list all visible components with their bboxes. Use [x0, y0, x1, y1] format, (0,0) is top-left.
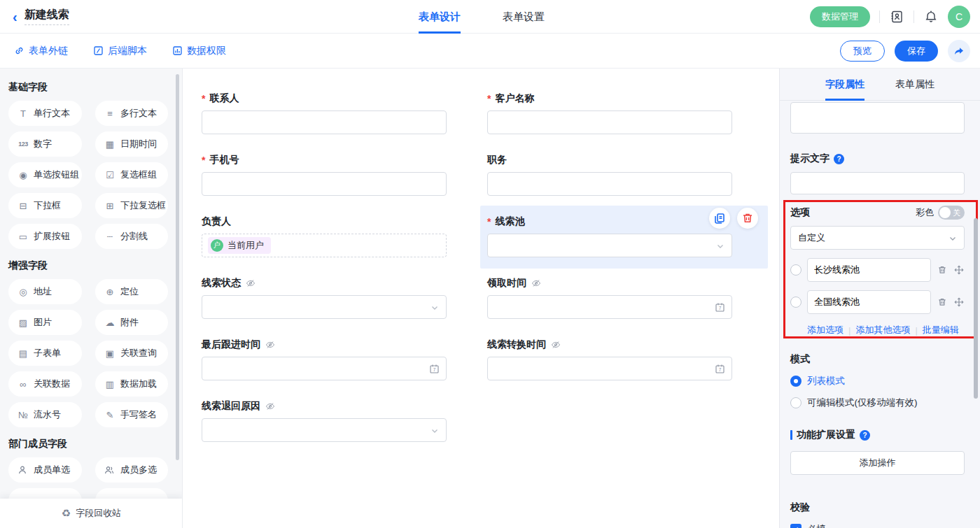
main-area: 基础字段 T单行文本 ≡多行文本 123数字 ▦日期时间 ◉单选按钮组 ☑复选框…	[0, 69, 980, 528]
hint-text-input-inner[interactable]	[791, 173, 964, 194]
move-option-icon[interactable]	[953, 265, 965, 275]
field-item-address[interactable]: ◎地址	[8, 279, 82, 304]
option-value-input[interactable]	[807, 290, 931, 314]
add-option-link[interactable]: 添加选项	[807, 324, 844, 336]
back-button[interactable]: ‹	[13, 10, 18, 24]
field-item-single-line-text[interactable]: T单行文本	[8, 101, 82, 126]
canvas-field-last-follow-time[interactable]: 最后跟进时间 7	[202, 338, 447, 380]
canvas-field-claim-time[interactable]: 领取时间 7	[487, 277, 732, 319]
panel-scrollbar[interactable]	[974, 218, 978, 399]
convert-time-date-input[interactable]: 7	[487, 357, 732, 380]
field-item-divider-line[interactable]: ┄分割线	[95, 224, 168, 249]
field-item-image[interactable]: ▨图片	[8, 310, 82, 335]
field-item-extend-button[interactable]: ▭扩展按钮	[8, 224, 82, 249]
field-item-dropdown-multi[interactable]: ⊞下拉复选框	[95, 193, 168, 218]
canvas-field-contact[interactable]: *联系人	[202, 92, 447, 134]
canvas-field-lead-status[interactable]: 线索状态	[202, 277, 447, 319]
current-user-tag[interactable]: 户 当前用户	[208, 237, 271, 254]
required-checkbox-row[interactable]: ✓ 必填	[790, 523, 965, 528]
color-toggle[interactable]: 关	[938, 206, 965, 220]
last-follow-time-date-input[interactable]: 7	[202, 357, 447, 380]
field-item-serial-number[interactable]: №流水号	[8, 402, 82, 427]
toggle-knob	[939, 207, 951, 218]
mode-option-editable[interactable]: 可编辑模式(仅移动端有效)	[790, 397, 965, 409]
option-source-select[interactable]: 自定义	[790, 226, 965, 250]
field-item-datetime[interactable]: ▦日期时间	[95, 131, 168, 157]
canvas-field-return-reason[interactable]: 线索退回原因	[202, 400, 447, 442]
field-item-label: 数字	[34, 138, 52, 150]
field-item-label: 附件	[120, 316, 139, 329]
field-item-member-single[interactable]: 成员单选	[8, 457, 82, 483]
field-item-data-load[interactable]: ▥数据加载	[95, 371, 168, 397]
lead-status-select[interactable]	[202, 295, 447, 319]
field-item-relate-query[interactable]: ▣关联查询	[95, 341, 168, 366]
position-input[interactable]	[488, 173, 732, 195]
option-value-input[interactable]	[807, 258, 931, 282]
calendar-icon: 7	[715, 302, 725, 313]
field-item-relate-data[interactable]: ∞关联数据	[8, 371, 82, 397]
move-option-icon[interactable]	[953, 297, 965, 307]
canvas-field-position[interactable]: 职务	[487, 154, 732, 196]
return-reason-select[interactable]	[202, 418, 447, 442]
tab-form-properties[interactable]: 表单属性	[895, 69, 934, 101]
field-item-locate[interactable]: ⊕定位	[95, 279, 168, 304]
data-manage-button[interactable]: 数据管理	[810, 6, 870, 27]
locate-icon: ⊕	[104, 287, 115, 297]
claim-time-date-input[interactable]: 7	[487, 295, 732, 319]
sidebar-scrollbar[interactable]	[176, 74, 179, 460]
field-item-checkbox-group[interactable]: ☑复选框组	[95, 162, 168, 187]
color-toggle-label: 彩色	[916, 206, 934, 219]
contact-input[interactable]	[202, 111, 446, 134]
field-title-input-inner[interactable]	[791, 103, 964, 133]
data-permission-link[interactable]: 数据权限	[172, 45, 226, 57]
batch-edit-link[interactable]: 批量编辑	[923, 324, 959, 336]
field-item-sub-form[interactable]: ▤子表单	[8, 341, 82, 366]
canvas-field-mobile[interactable]: *手机号	[202, 154, 447, 196]
tab-form-design[interactable]: 表单设计	[419, 0, 461, 34]
field-item-multi-line-text[interactable]: ≡多行文本	[95, 101, 168, 126]
canvas-field-customer-name[interactable]: *客户名称	[487, 92, 732, 134]
add-operation-button[interactable]: 添加操作	[790, 451, 965, 475]
field-item-dropdown[interactable]: ⊟下拉框	[8, 193, 82, 218]
svg-text:7: 7	[719, 367, 722, 372]
option-value-input-inner[interactable]	[808, 291, 930, 313]
field-item-member-multi[interactable]: 成员多选	[95, 457, 168, 483]
share-button[interactable]	[948, 40, 970, 62]
option-value-input-inner[interactable]	[808, 259, 930, 281]
mobile-input[interactable]	[202, 173, 446, 195]
option-radio[interactable]	[790, 264, 802, 276]
field-recycle-bin[interactable]: ♻ 字段回收站	[0, 499, 183, 528]
preview-button[interactable]: 预览	[840, 41, 885, 62]
delete-field-button[interactable]	[737, 208, 758, 229]
field-item-number[interactable]: 123数字	[8, 131, 82, 157]
add-other-option-link[interactable]: 添加其他选项	[855, 324, 910, 336]
form-external-link[interactable]: 表单外链	[14, 45, 68, 57]
divider: |	[915, 325, 917, 336]
delete-option-icon[interactable]	[937, 297, 948, 307]
customer-name-input[interactable]	[488, 111, 732, 134]
field-item-signature[interactable]: ✎手写签名	[95, 402, 168, 427]
notification-bell-icon[interactable]	[923, 9, 939, 24]
canvas-field-owner[interactable]: 负责人 户 当前用户	[202, 215, 447, 257]
page-title[interactable]: 新建线索	[24, 8, 69, 25]
lead-pool-select[interactable]	[487, 234, 732, 257]
owner-box[interactable]: 户 当前用户	[202, 234, 447, 257]
backend-script-link[interactable]: 后端脚本	[93, 45, 147, 57]
option-radio[interactable]	[790, 297, 802, 308]
canvas-field-lead-pool[interactable]: *线索池	[487, 215, 732, 257]
field-title-input[interactable]	[790, 102, 965, 134]
help-icon[interactable]: ?	[860, 430, 870, 441]
help-icon[interactable]: ?	[834, 154, 844, 164]
mode-option-list[interactable]: 列表模式	[790, 375, 965, 387]
contact-book-icon[interactable]	[889, 9, 904, 24]
delete-option-icon[interactable]	[937, 265, 948, 275]
duplicate-field-button[interactable]	[709, 208, 730, 229]
field-item-radio-group[interactable]: ◉单选按钮组	[8, 162, 82, 187]
hint-text-input[interactable]	[790, 172, 965, 194]
save-button[interactable]: 保存	[895, 41, 938, 62]
avatar[interactable]: C	[948, 6, 970, 28]
tab-field-properties[interactable]: 字段属性	[825, 69, 864, 101]
canvas-field-convert-time[interactable]: 线索转换时间 7	[487, 338, 732, 380]
tab-form-settings[interactable]: 表单设置	[503, 0, 545, 34]
field-item-attachment[interactable]: ☁附件	[95, 310, 168, 335]
